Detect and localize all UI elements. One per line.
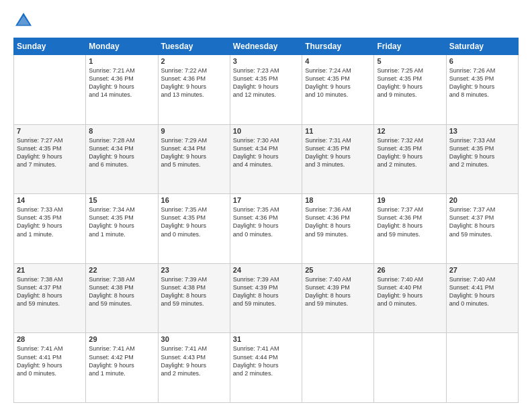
calendar-header-row: SundayMondayTuesdayWednesdayThursdayFrid… [14,38,519,55]
day-info: Sunrise: 7:41 AM Sunset: 4:42 PM Dayligh… [89,345,154,377]
day-info: Sunrise: 7:31 AM Sunset: 4:35 PM Dayligh… [305,136,371,169]
day-info: Sunrise: 7:24 AM Sunset: 4:35 PM Dayligh… [305,66,371,99]
calendar-cell: 8Sunrise: 7:28 AM Sunset: 4:34 PM Daylig… [86,124,158,194]
calendar-cell: 30Sunrise: 7:41 AM Sunset: 4:43 PM Dayli… [158,333,230,403]
day-number: 16 [161,196,227,204]
day-number: 24 [233,266,299,274]
day-info: Sunrise: 7:22 AM Sunset: 4:36 PM Dayligh… [161,66,227,99]
col-header-saturday: Saturday [446,38,518,55]
day-info: Sunrise: 7:34 AM Sunset: 4:35 PM Dayligh… [89,205,154,238]
calendar-cell: 11Sunrise: 7:31 AM Sunset: 4:35 PM Dayli… [302,124,374,194]
day-info: Sunrise: 7:39 AM Sunset: 4:38 PM Dayligh… [161,275,227,308]
day-number: 22 [89,266,154,274]
calendar-cell [374,333,446,403]
day-info: Sunrise: 7:39 AM Sunset: 4:39 PM Dayligh… [233,275,299,308]
calendar-cell [302,333,374,403]
day-number: 18 [305,196,371,204]
calendar-cell: 15Sunrise: 7:34 AM Sunset: 4:35 PM Dayli… [86,194,158,264]
day-info: Sunrise: 7:23 AM Sunset: 4:35 PM Dayligh… [233,66,299,99]
day-number: 21 [17,266,83,274]
col-header-friday: Friday [374,38,446,55]
day-info: Sunrise: 7:40 AM Sunset: 4:41 PM Dayligh… [449,275,515,308]
day-number: 1 [89,57,154,65]
day-number: 27 [449,266,515,274]
calendar-cell: 17Sunrise: 7:35 AM Sunset: 4:36 PM Dayli… [230,194,302,264]
calendar-cell: 10Sunrise: 7:30 AM Sunset: 4:34 PM Dayli… [230,124,302,194]
calendar-cell: 25Sunrise: 7:40 AM Sunset: 4:39 PM Dayli… [302,263,374,333]
day-number: 3 [233,57,299,65]
day-number: 17 [233,196,299,204]
day-number: 29 [89,335,154,343]
day-number: 13 [449,127,515,135]
day-info: Sunrise: 7:33 AM Sunset: 4:35 PM Dayligh… [449,136,515,169]
logo [13,11,36,31]
col-header-wednesday: Wednesday [230,38,302,55]
calendar-cell: 9Sunrise: 7:29 AM Sunset: 4:34 PM Daylig… [158,124,230,194]
calendar-cell: 14Sunrise: 7:33 AM Sunset: 4:35 PM Dayli… [14,194,86,264]
day-number: 9 [161,127,227,135]
day-number: 31 [233,335,299,343]
calendar-week-2: 7Sunrise: 7:27 AM Sunset: 4:35 PM Daylig… [14,124,519,194]
calendar-cell: 19Sunrise: 7:37 AM Sunset: 4:36 PM Dayli… [374,194,446,264]
day-number: 2 [161,57,227,65]
col-header-sunday: Sunday [14,38,86,55]
calendar-week-5: 28Sunrise: 7:41 AM Sunset: 4:41 PM Dayli… [14,333,519,403]
calendar-cell [14,55,86,125]
calendar-cell: 29Sunrise: 7:41 AM Sunset: 4:42 PM Dayli… [86,333,158,403]
day-number: 28 [17,335,83,343]
day-number: 8 [89,127,154,135]
day-info: Sunrise: 7:41 AM Sunset: 4:44 PM Dayligh… [233,345,299,377]
day-info: Sunrise: 7:28 AM Sunset: 4:34 PM Dayligh… [89,136,154,169]
day-info: Sunrise: 7:41 AM Sunset: 4:43 PM Dayligh… [161,345,227,377]
calendar-cell: 4Sunrise: 7:24 AM Sunset: 4:35 PM Daylig… [302,55,374,125]
calendar-cell: 3Sunrise: 7:23 AM Sunset: 4:35 PM Daylig… [230,55,302,125]
calendar-cell: 16Sunrise: 7:35 AM Sunset: 4:35 PM Dayli… [158,194,230,264]
calendar-cell: 23Sunrise: 7:39 AM Sunset: 4:38 PM Dayli… [158,263,230,333]
logo-icon [13,11,34,31]
calendar-cell: 20Sunrise: 7:37 AM Sunset: 4:37 PM Dayli… [446,194,518,264]
day-info: Sunrise: 7:41 AM Sunset: 4:41 PM Dayligh… [17,345,83,377]
day-number: 11 [305,127,371,135]
calendar-cell: 6Sunrise: 7:26 AM Sunset: 4:35 PM Daylig… [446,55,518,125]
calendar-week-4: 21Sunrise: 7:38 AM Sunset: 4:37 PM Dayli… [14,263,519,333]
day-info: Sunrise: 7:37 AM Sunset: 4:37 PM Dayligh… [449,205,515,238]
day-number: 12 [377,127,443,135]
day-info: Sunrise: 7:26 AM Sunset: 4:35 PM Dayligh… [449,66,515,99]
day-number: 25 [305,266,371,274]
calendar-cell: 5Sunrise: 7:25 AM Sunset: 4:35 PM Daylig… [374,55,446,125]
day-number: 14 [17,196,83,204]
day-info: Sunrise: 7:30 AM Sunset: 4:34 PM Dayligh… [233,136,299,169]
calendar-cell [446,333,518,403]
day-info: Sunrise: 7:21 AM Sunset: 4:36 PM Dayligh… [89,66,154,99]
day-number: 26 [377,266,443,274]
col-header-thursday: Thursday [302,38,374,55]
day-number: 6 [449,57,515,65]
calendar-table: SundayMondayTuesdayWednesdayThursdayFrid… [13,38,519,403]
calendar-cell: 28Sunrise: 7:41 AM Sunset: 4:41 PM Dayli… [14,333,86,403]
calendar-cell: 31Sunrise: 7:41 AM Sunset: 4:44 PM Dayli… [230,333,302,403]
calendar-week-1: 1Sunrise: 7:21 AM Sunset: 4:36 PM Daylig… [14,55,519,125]
day-info: Sunrise: 7:36 AM Sunset: 4:36 PM Dayligh… [305,205,371,238]
day-info: Sunrise: 7:25 AM Sunset: 4:35 PM Dayligh… [377,66,443,99]
calendar-cell: 7Sunrise: 7:27 AM Sunset: 4:35 PM Daylig… [14,124,86,194]
day-info: Sunrise: 7:33 AM Sunset: 4:35 PM Dayligh… [17,205,83,238]
calendar-week-3: 14Sunrise: 7:33 AM Sunset: 4:35 PM Dayli… [14,194,519,264]
day-info: Sunrise: 7:27 AM Sunset: 4:35 PM Dayligh… [17,136,83,169]
day-number: 23 [161,266,227,274]
day-info: Sunrise: 7:40 AM Sunset: 4:40 PM Dayligh… [377,275,443,308]
calendar-cell: 13Sunrise: 7:33 AM Sunset: 4:35 PM Dayli… [446,124,518,194]
day-info: Sunrise: 7:32 AM Sunset: 4:35 PM Dayligh… [377,136,443,169]
day-info: Sunrise: 7:35 AM Sunset: 4:35 PM Dayligh… [161,205,227,238]
day-number: 4 [305,57,371,65]
calendar-cell: 18Sunrise: 7:36 AM Sunset: 4:36 PM Dayli… [302,194,374,264]
calendar-cell: 26Sunrise: 7:40 AM Sunset: 4:40 PM Dayli… [374,263,446,333]
day-number: 5 [377,57,443,65]
calendar-cell: 12Sunrise: 7:32 AM Sunset: 4:35 PM Dayli… [374,124,446,194]
header [13,11,519,31]
col-header-tuesday: Tuesday [158,38,230,55]
day-info: Sunrise: 7:29 AM Sunset: 4:34 PM Dayligh… [161,136,227,169]
day-number: 20 [449,196,515,204]
day-info: Sunrise: 7:38 AM Sunset: 4:38 PM Dayligh… [89,275,154,308]
col-header-monday: Monday [86,38,158,55]
day-number: 30 [161,335,227,343]
